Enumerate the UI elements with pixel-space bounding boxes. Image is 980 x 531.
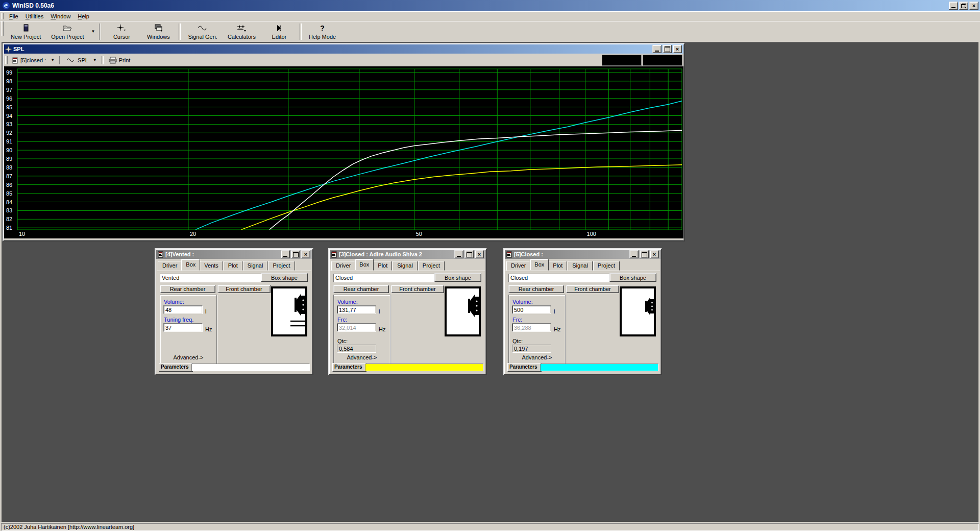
open-project-button[interactable]: Open Project: [46, 21, 89, 42]
tab-project[interactable]: Project: [418, 261, 445, 271]
spl-toolbar-separator: [59, 56, 61, 64]
print-button[interactable]: Print: [106, 56, 133, 65]
qtc-label: Qtc:: [512, 338, 523, 344]
minimize-button[interactable]: [281, 250, 290, 258]
minimize-button[interactable]: [629, 250, 639, 258]
close-button[interactable]: ×: [650, 250, 659, 258]
tab-signal[interactable]: Signal: [568, 261, 593, 271]
maximize-button[interactable]: [464, 250, 474, 258]
editor-icon: [275, 24, 283, 33]
advanced-button[interactable]: Advanced->: [509, 354, 565, 360]
close-button[interactable]: ×: [475, 250, 484, 258]
frc-input: [337, 323, 376, 332]
window-titlebar[interactable]: [4]Vented : ×: [156, 250, 312, 259]
volume-input[interactable]: [337, 305, 376, 314]
svg-text:97: 97: [6, 87, 12, 93]
maximize-button[interactable]: [663, 45, 672, 53]
box-shape-button[interactable]: Box shape: [261, 273, 308, 282]
window-titlebar[interactable]: [5]Closed : ×: [505, 250, 660, 259]
tab-project[interactable]: Project: [268, 261, 295, 271]
tab-signal[interactable]: Signal: [393, 261, 418, 271]
tab-box[interactable]: Box: [181, 259, 200, 271]
tab-box[interactable]: Box: [530, 259, 549, 271]
front-chamber-button[interactable]: Front chamber: [391, 285, 444, 293]
box-type-field[interactable]: Closed: [508, 274, 610, 282]
minimize-button[interactable]: [454, 250, 463, 258]
minimize-button[interactable]: [949, 2, 958, 10]
box-shape-preview: [271, 286, 307, 336]
menubar: File Utilities Window Help: [0, 11, 980, 21]
cursor-button[interactable]: Cursor: [103, 21, 140, 42]
tool-label: Help Mode: [309, 34, 336, 40]
rear-chamber-button[interactable]: Rear chamber: [508, 285, 564, 293]
new-project-button[interactable]: New Project: [6, 21, 46, 42]
menubar-grip[interactable]: [1, 13, 4, 20]
windows-icon: [154, 24, 163, 33]
tab-project[interactable]: Project: [593, 261, 620, 271]
menu-file[interactable]: File: [6, 12, 22, 20]
tab-plot[interactable]: Plot: [224, 261, 242, 271]
window-titlebar[interactable]: [3]Closed : Adire Audio Shiva 2 ×: [330, 250, 485, 259]
menu-window[interactable]: Window: [47, 12, 74, 20]
parameters-tab[interactable]: Parameters: [507, 363, 542, 372]
open-project-dropdown[interactable]: ▼: [89, 21, 97, 42]
box-type-field[interactable]: Closed: [333, 274, 435, 282]
box-tab-panel: Closed Box shape Rear chamber Front cham…: [505, 271, 660, 373]
tuning-freq-label: Tuning freq.: [164, 317, 193, 323]
parameters-tab[interactable]: Parameters: [332, 363, 366, 372]
qtc-label: Qtc:: [337, 338, 348, 344]
parameters-tab[interactable]: Parameters: [159, 363, 193, 372]
advanced-button[interactable]: Advanced->: [160, 354, 216, 360]
restore-button[interactable]: [959, 2, 968, 10]
plot-type-dropdown[interactable]: ▼: [91, 58, 99, 62]
close-button[interactable]: ×: [301, 250, 310, 258]
frc-label: Frc:: [512, 317, 522, 323]
tab-box[interactable]: Box: [355, 259, 374, 271]
editor-button[interactable]: Editor: [261, 21, 298, 42]
box-shape-button[interactable]: Box shape: [434, 273, 481, 282]
tab-driver[interactable]: Driver: [331, 261, 355, 271]
frc-input: [512, 323, 551, 332]
tuning-freq-input[interactable]: [163, 323, 203, 332]
advanced-button[interactable]: Advanced->: [334, 354, 390, 360]
close-button[interactable]: ×: [969, 2, 978, 10]
tab-plot[interactable]: Plot: [373, 261, 392, 271]
rear-chamber-button[interactable]: Rear chamber: [333, 285, 389, 293]
volume-input[interactable]: [163, 305, 203, 314]
maximize-button[interactable]: [291, 250, 300, 258]
tab-driver[interactable]: Driver: [158, 261, 182, 271]
signal-gen-button[interactable]: Signal Gen.: [183, 21, 222, 42]
project-selector[interactable]: [5]closed :: [10, 56, 48, 65]
tab-driver[interactable]: Driver: [506, 261, 530, 271]
help-mode-button[interactable]: ? Help Mode: [304, 21, 341, 42]
rear-chamber-button[interactable]: Rear chamber: [160, 285, 215, 293]
front-chamber-button[interactable]: Front chamber: [217, 285, 271, 293]
svg-text:89: 89: [6, 156, 12, 162]
curve-color-strip: [365, 364, 483, 371]
maximize-button[interactable]: [640, 250, 649, 258]
front-chamber-button[interactable]: Front chamber: [566, 285, 619, 293]
spl-titlebar[interactable]: SPL ×: [4, 44, 683, 54]
box-type-field[interactable]: Vented: [160, 274, 261, 282]
svg-text:91: 91: [6, 138, 12, 144]
menu-help[interactable]: Help: [74, 12, 93, 20]
tool-label: Calculators: [228, 34, 256, 40]
minimize-button[interactable]: [652, 45, 662, 53]
close-button[interactable]: ×: [673, 45, 682, 53]
spl-plot[interactable]: 9998979695949392919089888786858483828110…: [4, 66, 683, 238]
spl-toolbar-grip[interactable]: [5, 56, 8, 65]
project-selector-dropdown[interactable]: ▼: [48, 58, 57, 62]
menu-utilities[interactable]: Utilities: [22, 12, 47, 20]
box-shape-button[interactable]: Box shape: [609, 273, 656, 282]
windows-button[interactable]: Windows: [140, 21, 177, 42]
tab-signal[interactable]: Signal: [243, 261, 268, 271]
app-titlebar[interactable]: WinISD 0.50a6 ×: [0, 0, 980, 11]
plot-type-selector[interactable]: SPL: [64, 56, 91, 64]
tab-vents[interactable]: Vents: [200, 261, 223, 271]
spl-chart: 9998979695949392919089888786858483828110…: [4, 66, 682, 238]
volume-input[interactable]: [512, 305, 551, 314]
calculators-button[interactable]: Calculators: [223, 21, 261, 42]
tab-plot[interactable]: Plot: [548, 261, 567, 271]
toolbar-grip[interactable]: [1, 21, 4, 36]
box-parameters-group: Volume: l Frc: Hz Qtc: Advanced->: [508, 295, 566, 367]
